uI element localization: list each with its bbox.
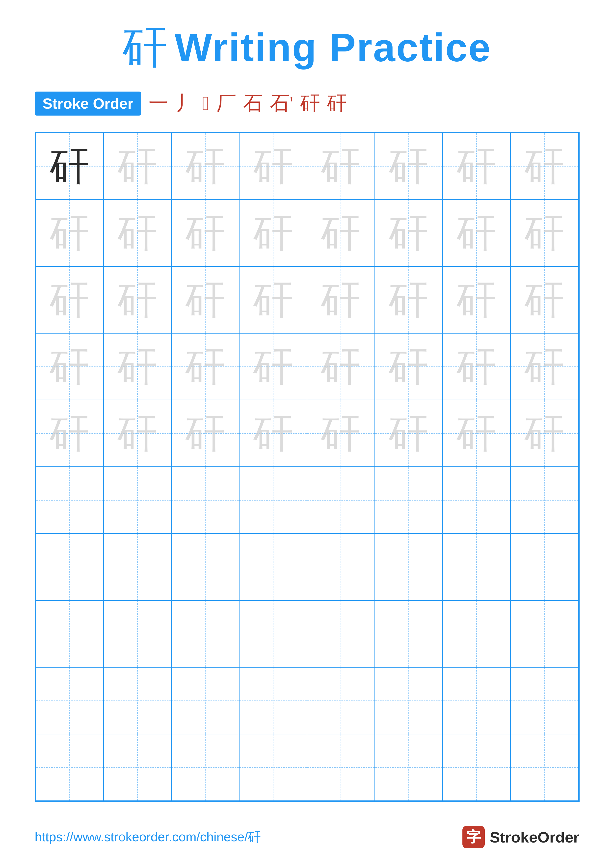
grid-cell[interactable]: 矸: [36, 400, 104, 467]
grid-cell[interactable]: 矸: [171, 200, 239, 267]
practice-char: 矸: [321, 146, 361, 186]
grid-cell[interactable]: 矸: [510, 400, 578, 467]
grid-cell[interactable]: 矸: [36, 200, 104, 267]
grid-cell[interactable]: [171, 534, 239, 600]
grid-cell[interactable]: [104, 667, 171, 734]
grid-cell[interactable]: 矸: [443, 133, 510, 200]
grid-cell[interactable]: [510, 534, 578, 600]
grid-cell[interactable]: [307, 467, 375, 534]
grid-cell[interactable]: 矸: [375, 400, 443, 467]
grid-cell[interactable]: [510, 467, 578, 534]
grid-cell[interactable]: 矸: [375, 333, 443, 400]
grid-cell[interactable]: [443, 667, 510, 734]
grid-cell[interactable]: 矸: [171, 333, 239, 400]
grid-cell[interactable]: [375, 600, 443, 667]
practice-char: 矸: [389, 146, 429, 186]
practice-char: 矸: [185, 146, 225, 186]
practice-char: 矸: [50, 347, 89, 386]
practice-char: 矸: [253, 280, 293, 320]
grid-cell[interactable]: [510, 734, 578, 801]
grid-cell[interactable]: [375, 534, 443, 600]
grid-cell[interactable]: 矸: [510, 133, 578, 200]
grid-cell[interactable]: [36, 734, 104, 801]
grid-cell[interactable]: [443, 534, 510, 600]
practice-char: 矸: [185, 347, 225, 386]
grid-cell[interactable]: 矸: [510, 200, 578, 267]
grid-row-9: [36, 667, 578, 734]
grid-cell[interactable]: 矸: [307, 333, 375, 400]
practice-char: 矸: [185, 280, 225, 320]
grid-cell[interactable]: [307, 600, 375, 667]
grid-cell[interactable]: 矸: [443, 200, 510, 267]
grid-cell[interactable]: [171, 467, 239, 534]
grid-cell[interactable]: 矸: [104, 400, 171, 467]
grid-cell[interactable]: 矸: [375, 267, 443, 333]
grid-row-5: 矸 矸 矸 矸 矸 矸 矸 矸: [36, 400, 578, 467]
grid-cell[interactable]: 矸: [36, 267, 104, 333]
grid-cell[interactable]: [36, 667, 104, 734]
grid-cell[interactable]: 矸: [171, 133, 239, 200]
grid-cell[interactable]: 矸: [104, 133, 171, 200]
grid-cell[interactable]: 矸: [375, 200, 443, 267]
grid-cell[interactable]: 矸: [239, 333, 307, 400]
grid-cell[interactable]: [307, 734, 375, 801]
practice-char: 矸: [118, 414, 157, 453]
grid-cell[interactable]: 矸: [239, 200, 307, 267]
practice-char: 矸: [457, 280, 496, 320]
grid-cell[interactable]: 矸: [104, 267, 171, 333]
stroke-1: 一: [149, 90, 168, 117]
grid-cell[interactable]: 矸: [239, 133, 307, 200]
grid-cell[interactable]: 矸: [36, 333, 104, 400]
grid-cell[interactable]: [307, 534, 375, 600]
grid-cell[interactable]: [443, 467, 510, 534]
grid-cell[interactable]: 矸: [239, 400, 307, 467]
grid-cell[interactable]: 矸: [307, 133, 375, 200]
grid-cell[interactable]: [171, 600, 239, 667]
grid-cell[interactable]: [510, 600, 578, 667]
grid-cell[interactable]: [375, 667, 443, 734]
grid-cell[interactable]: [36, 534, 104, 600]
grid-cell[interactable]: [104, 467, 171, 534]
grid-cell[interactable]: [36, 600, 104, 667]
grid-cell[interactable]: 矸: [375, 133, 443, 200]
grid-cell[interactable]: [239, 734, 307, 801]
grid-row-10: [36, 734, 578, 801]
grid-cell[interactable]: 矸: [443, 267, 510, 333]
grid-cell[interactable]: 矸: [307, 267, 375, 333]
grid-cell[interactable]: [375, 734, 443, 801]
grid-cell[interactable]: 矸: [104, 200, 171, 267]
grid-cell[interactable]: 矸: [443, 333, 510, 400]
footer-url[interactable]: https://www.strokeorder.com/chinese/矸: [35, 828, 261, 846]
grid-cell[interactable]: [375, 467, 443, 534]
grid-cell[interactable]: 矸: [307, 200, 375, 267]
grid-cell[interactable]: [307, 667, 375, 734]
grid-table: 矸 矸 矸 矸 矸 矸 矸: [36, 132, 579, 801]
practice-char: 矸: [525, 347, 564, 386]
grid-cell[interactable]: [104, 734, 171, 801]
practice-char: 矸: [50, 213, 89, 253]
grid-cell[interactable]: [171, 734, 239, 801]
grid-cell[interactable]: 矸: [171, 267, 239, 333]
grid-cell[interactable]: 矸: [239, 267, 307, 333]
grid-cell[interactable]: 矸: [510, 333, 578, 400]
grid-cell[interactable]: [443, 600, 510, 667]
grid-cell[interactable]: [171, 667, 239, 734]
grid-cell[interactable]: [239, 467, 307, 534]
grid-cell[interactable]: [36, 467, 104, 534]
grid-cell[interactable]: [443, 734, 510, 801]
grid-cell[interactable]: [239, 600, 307, 667]
grid-cell[interactable]: 矸: [510, 267, 578, 333]
grid-cell[interactable]: 矸: [104, 333, 171, 400]
grid-cell[interactable]: 矸: [443, 400, 510, 467]
grid-cell[interactable]: [104, 600, 171, 667]
grid-cell[interactable]: 矸: [171, 400, 239, 467]
practice-char: 矸: [185, 414, 225, 453]
grid-cell[interactable]: [104, 534, 171, 600]
practice-char: 矸: [525, 414, 564, 453]
grid-cell[interactable]: [239, 534, 307, 600]
grid-cell[interactable]: 矸: [307, 400, 375, 467]
grid-cell[interactable]: [239, 667, 307, 734]
stroke-7: 矸: [300, 90, 320, 117]
grid-cell[interactable]: 矸: [36, 133, 104, 200]
grid-cell[interactable]: [510, 667, 578, 734]
